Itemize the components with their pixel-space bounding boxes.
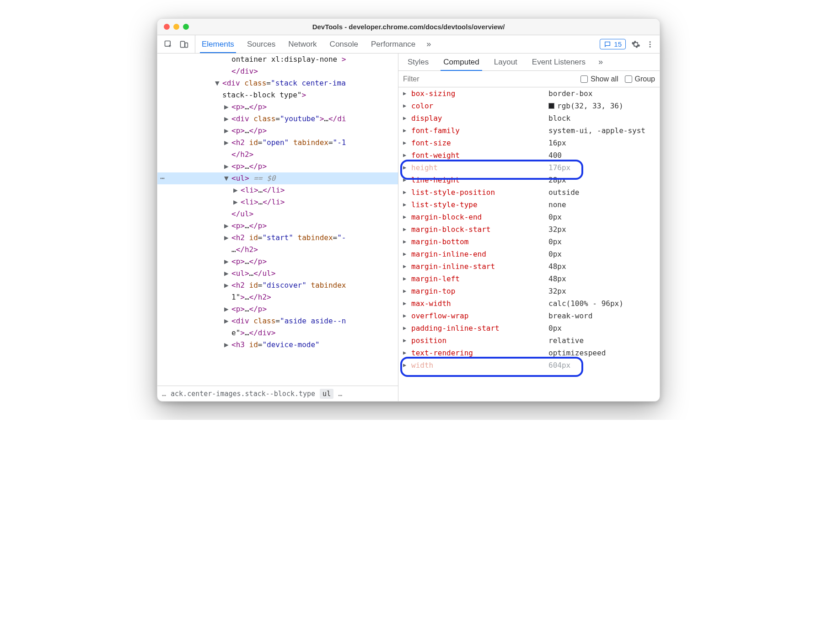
computed-row-text-rendering[interactable]: ▶text-renderingoptimizespeed <box>398 347 660 359</box>
computed-row-margin-inline-start[interactable]: ▶margin-inline-start48px <box>398 260 660 273</box>
dom-tree-line[interactable]: ▶<div class="aside aside--n <box>157 315 398 327</box>
expand-triangle-icon[interactable]: ▶ <box>403 149 408 161</box>
disclosure-triangle-icon[interactable]: ▶ <box>224 137 230 149</box>
disclosure-triangle-icon[interactable]: ▶ <box>224 315 230 327</box>
computed-row-margin-top[interactable]: ▶margin-top32px <box>398 285 660 297</box>
disclosure-triangle-icon[interactable]: ▶ <box>224 256 230 268</box>
computed-row-color[interactable]: ▶colorrgb(32, 33, 36) <box>398 100 660 112</box>
disclosure-triangle-icon[interactable]: ▶ <box>233 184 239 196</box>
dom-tree-line[interactable]: ▶<p>…</p> <box>157 303 398 315</box>
dom-tree[interactable]: ontainer xl:display-none ></div>▼<div cl… <box>157 54 398 386</box>
expand-triangle-icon[interactable]: ▶ <box>403 211 408 223</box>
expand-triangle-icon[interactable]: ▶ <box>403 334 408 347</box>
computed-row-width[interactable]: ▶width604px <box>398 359 660 371</box>
expand-triangle-icon[interactable]: ▶ <box>403 347 408 359</box>
device-toolbar-icon[interactable] <box>179 40 188 49</box>
disclosure-triangle-icon[interactable]: ▶ <box>224 125 230 137</box>
dom-tree-line[interactable]: ▶<div class="youtube">…</di <box>157 113 398 125</box>
expand-triangle-icon[interactable]: ▶ <box>403 223 408 236</box>
tab-sources[interactable]: Sources <box>241 35 282 53</box>
more-options-button[interactable] <box>646 40 654 48</box>
dom-tree-line[interactable]: ▶<ul>…</ul> <box>157 268 398 279</box>
dom-tree-line[interactable]: e">…</div> <box>157 327 398 339</box>
tabs-overflow-button[interactable]: » <box>422 39 435 49</box>
computed-properties[interactable]: ▶box-sizingborder-box▶colorrgb(32, 33, 3… <box>398 87 660 401</box>
dom-tree-line[interactable]: ▼<ul> == $0 <box>157 172 398 184</box>
dom-tree-line[interactable]: 1">…</h2> <box>157 291 398 303</box>
expand-triangle-icon[interactable]: ▶ <box>403 186 408 199</box>
disclosure-triangle-icon[interactable]: ▼ <box>224 172 230 184</box>
minimize-window-button[interactable] <box>173 24 179 30</box>
group-checkbox[interactable]: Group <box>625 75 655 83</box>
side-tab-computed[interactable]: Computed <box>437 54 485 70</box>
dom-tree-line[interactable]: ▶<h2 id="start" tabindex="- <box>157 232 398 244</box>
tab-console[interactable]: Console <box>323 35 365 53</box>
disclosure-triangle-icon[interactable]: ▶ <box>224 339 230 351</box>
expand-triangle-icon[interactable]: ▶ <box>403 285 408 297</box>
expand-triangle-icon[interactable]: ▶ <box>403 359 408 371</box>
dom-tree-line[interactable]: stack--block type"> <box>157 89 398 101</box>
expand-triangle-icon[interactable]: ▶ <box>403 87 408 100</box>
expand-triangle-icon[interactable]: ▶ <box>403 161 408 174</box>
expand-triangle-icon[interactable]: ▶ <box>403 260 408 273</box>
expand-triangle-icon[interactable]: ▶ <box>403 322 408 334</box>
show-all-checkbox[interactable]: Show all <box>580 75 618 83</box>
computed-row-margin-left[interactable]: ▶margin-left48px <box>398 273 660 285</box>
dom-tree-line[interactable]: </h2> <box>157 149 398 161</box>
dom-tree-line[interactable]: …</h2> <box>157 244 398 256</box>
dom-tree-line[interactable]: ontainer xl:display-none > <box>157 54 398 65</box>
issues-button[interactable]: 15 <box>600 39 626 49</box>
dom-tree-line[interactable]: ▶<li>…</li> <box>157 196 398 208</box>
side-tabs-overflow-button[interactable]: » <box>594 57 607 67</box>
expand-triangle-icon[interactable]: ▶ <box>403 174 408 186</box>
disclosure-triangle-icon[interactable]: ▶ <box>224 268 230 279</box>
computed-row-padding-inline-start[interactable]: ▶padding-inline-start0px <box>398 322 660 334</box>
computed-row-box-sizing[interactable]: ▶box-sizingborder-box <box>398 87 660 100</box>
computed-row-font-family[interactable]: ▶font-familysystem-ui, -apple-syst <box>398 124 660 137</box>
computed-row-margin-block-start[interactable]: ▶margin-block-start32px <box>398 223 660 236</box>
dom-tree-line[interactable]: ▶<h3 id="device-mode" <box>157 339 398 351</box>
side-tab-event-listeners[interactable]: Event Listeners <box>526 54 592 70</box>
close-window-button[interactable] <box>164 24 170 30</box>
disclosure-triangle-icon[interactable]: ▶ <box>224 101 230 113</box>
dom-tree-line[interactable]: ▶<p>…</p> <box>157 161 398 172</box>
breadcrumb-ellipsis-left[interactable]: … <box>162 390 166 398</box>
inspect-element-icon[interactable] <box>164 40 173 49</box>
disclosure-triangle-icon[interactable]: ▶ <box>224 232 230 244</box>
computed-row-list-style-position[interactable]: ▶list-style-positionoutside <box>398 186 660 199</box>
tab-performance[interactable]: Performance <box>365 35 422 53</box>
disclosure-triangle-icon[interactable]: ▶ <box>224 220 230 232</box>
computed-row-list-style-type[interactable]: ▶list-style-typenone <box>398 199 660 211</box>
computed-row-display[interactable]: ▶displayblock <box>398 112 660 124</box>
disclosure-triangle-icon[interactable]: ▼ <box>215 77 220 89</box>
dom-tree-line[interactable]: ▶<p>…</p> <box>157 220 398 232</box>
breadcrumb-ellipsis-right[interactable]: … <box>338 390 342 398</box>
computed-row-overflow-wrap[interactable]: ▶overflow-wrapbreak-word <box>398 310 660 322</box>
dom-tree-line[interactable]: ▶<p>…</p> <box>157 125 398 137</box>
computed-row-height[interactable]: ▶height176px <box>398 161 660 174</box>
expand-triangle-icon[interactable]: ▶ <box>403 248 408 260</box>
disclosure-triangle-icon[interactable]: ▶ <box>224 113 230 125</box>
computed-row-margin-bottom[interactable]: ▶margin-bottom0px <box>398 236 660 248</box>
expand-triangle-icon[interactable]: ▶ <box>403 236 408 248</box>
computed-row-margin-block-end[interactable]: ▶margin-block-end0px <box>398 211 660 223</box>
computed-row-font-weight[interactable]: ▶font-weight400 <box>398 149 660 161</box>
computed-row-max-width[interactable]: ▶max-widthcalc(100% - 96px) <box>398 297 660 310</box>
computed-row-line-height[interactable]: ▶line-height28px <box>398 174 660 186</box>
dom-tree-line[interactable]: </div> <box>157 65 398 77</box>
disclosure-triangle-icon[interactable]: ▶ <box>224 303 230 315</box>
settings-button[interactable] <box>631 40 640 49</box>
disclosure-triangle-icon[interactable]: ▶ <box>224 279 230 291</box>
expand-triangle-icon[interactable]: ▶ <box>403 297 408 310</box>
expand-triangle-icon[interactable]: ▶ <box>403 273 408 285</box>
zoom-window-button[interactable] <box>183 24 189 30</box>
dom-tree-line[interactable]: ▶<p>…</p> <box>157 101 398 113</box>
disclosure-triangle-icon[interactable]: ▶ <box>233 196 239 208</box>
side-tab-styles[interactable]: Styles <box>401 54 435 70</box>
dom-tree-line[interactable]: </ul> <box>157 208 398 220</box>
dom-tree-line[interactable]: ▶<h2 id="open" tabindex="-1 <box>157 137 398 149</box>
tab-network[interactable]: Network <box>282 35 323 53</box>
breadcrumb-seg-parent[interactable]: ack.center-images.stack--block.type <box>171 390 315 398</box>
dom-tree-line[interactable]: ▶<h2 id="discover" tabindex <box>157 279 398 291</box>
color-swatch[interactable] <box>548 103 554 109</box>
